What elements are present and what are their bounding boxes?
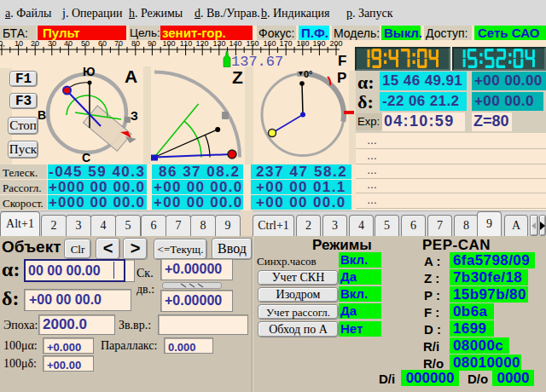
svg-text:A: A [125,66,137,86]
svg-text:Ю: Ю [83,65,95,78]
svg-text:0°: 0° [304,69,313,79]
svg-text:С: С [82,151,90,164]
svg-text:В: В [38,108,46,122]
svg-text:З: З [131,109,138,123]
svg-text:Z: Z [232,67,243,87]
